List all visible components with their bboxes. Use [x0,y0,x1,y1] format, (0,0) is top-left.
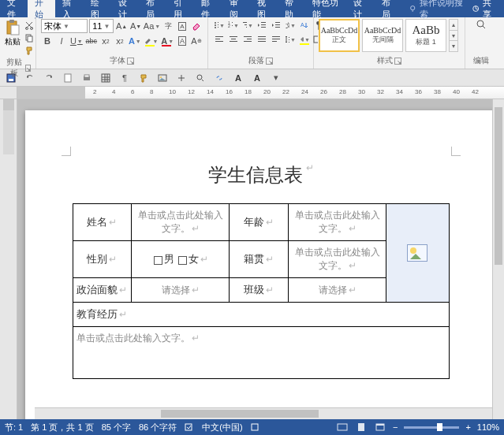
qat-new-button[interactable] [62,72,74,84]
status-chars[interactable]: 86 个字符 [139,422,177,433]
phonetic-guide-button[interactable]: 字 [162,20,174,32]
view-read-button[interactable] [336,422,349,433]
qat-arrows-button[interactable] [175,72,188,84]
underline-button[interactable]: U▼ [69,35,84,47]
view-web-button[interactable] [374,422,386,433]
line-spacing-button[interactable]: ▼ [284,33,297,46]
superscript-button[interactable]: x2 [114,35,126,47]
status-words[interactable]: 85 个字 [102,422,131,433]
justify-button[interactable] [256,33,268,46]
bullets-button[interactable]: ▼ [213,19,226,32]
styles-dialog-launcher-icon[interactable] [394,58,401,65]
format-painter-button[interactable] [22,44,36,57]
scrollbar-horizontal[interactable] [35,407,492,419]
qat-paragraph-button[interactable]: ¶ [118,72,131,84]
increase-indent-button[interactable] [270,19,282,32]
qat-search-button[interactable] [194,72,207,84]
sort-button[interactable]: A [298,19,311,32]
style-normal[interactable]: AaBbCcDd正文 [319,19,360,52]
political-select[interactable]: 请选择↵ [132,278,230,303]
ruler-vertical[interactable] [0,99,17,419]
checkbox-female[interactable] [178,256,187,265]
font-size-combo[interactable]: 11▼ [89,19,114,33]
brush-icon [24,46,34,55]
paragraph-dialog-launcher-icon[interactable] [266,58,273,65]
change-case-button[interactable]: Aa▼ [144,20,160,32]
view-print-button[interactable] [355,422,368,433]
qat-format-brush-button[interactable] [137,72,150,84]
align-center-button[interactable] [227,33,240,46]
decrease-indent-button[interactable] [256,19,268,32]
font-name-combo[interactable]: 宋体▼ [41,19,88,33]
status-language[interactable]: 中文(中国) [202,422,242,433]
ruler-horizontal[interactable]: 24681012141618202224262830323436384042 [0,87,504,99]
shading-button[interactable]: ▼ [298,33,311,46]
status-section[interactable]: 节: 1 [5,422,23,433]
document-area[interactable]: 学生信息表↵ 姓名↵ 单击或点击此处输入文字。↵ 年龄↵ 单击或点击此处输入文字… [17,99,504,419]
status-page[interactable]: 第 1 页，共 1 页 [31,422,93,433]
clear-formatting-button[interactable] [190,20,203,32]
styles-more[interactable]: ▴▾▾ [449,19,458,52]
page: 学生信息表↵ 姓名↵ 单击或点击此处输入文字。↵ 年龄↵ 单击或点击此处输入文字… [25,110,497,419]
multilevel-list-button[interactable]: ▼ [241,19,254,32]
scrollbar-thumb[interactable] [495,107,502,265]
qat-table-button[interactable] [99,72,112,84]
zoom-slider-thumb[interactable] [437,423,442,431]
svg-point-0 [410,6,414,10]
gender-field[interactable]: 男 女↵ [132,241,230,278]
qat-customize-button[interactable]: ▾ [270,72,282,84]
qat-image-button[interactable] [156,72,169,84]
style-nospacing[interactable]: AaBbCcDd无间隔 [362,19,403,52]
font-color-button[interactable]: A▼ [160,35,174,47]
svg-rect-52 [65,74,71,82]
zoom-slider[interactable] [404,426,459,429]
scrollbar-vertical[interactable] [492,99,504,419]
style-preview: AaBbCcDd [321,26,358,35]
distribute-button[interactable] [270,33,282,46]
status-proofing[interactable] [185,422,194,432]
checkbox-male[interactable] [154,256,162,265]
status-macro[interactable] [251,423,259,431]
name-field[interactable]: 单击或点击此处输入文字。↵ [132,204,230,241]
qat-link-button[interactable] [213,72,226,84]
cut-button[interactable] [22,19,36,32]
zoom-in-button[interactable]: + [465,422,470,432]
zoom-out-button[interactable]: − [393,422,398,432]
paragraph-mark-icon: ↵ [304,162,314,188]
numbering-button[interactable]: 12▼ [227,19,240,32]
grow-font-button[interactable]: A▲ [115,20,128,32]
qat-font-color-button[interactable]: A [232,72,245,84]
subscript-button[interactable]: x2 [99,35,112,47]
style-heading1[interactable]: AaBb标题 1 [405,19,446,52]
text-direction-button[interactable]: 文▼ [284,19,297,32]
age-field[interactable]: 单击或点击此处输入文字。↵ [289,204,386,241]
bold-button[interactable]: B [41,35,54,47]
align-left-button[interactable] [213,33,226,46]
education-field[interactable]: 单击或点击此处输入文字。↵ [73,327,449,379]
align-right-button[interactable] [241,33,254,46]
qat-highlight-button[interactable]: A [251,72,263,84]
native-field[interactable]: 单击或点击此处输入文字。↵ [289,241,386,278]
student-info-table[interactable]: 姓名↵ 单击或点击此处输入文字。↵ 年龄↵ 单击或点击此处输入文字。↵ 性别↵ … [73,203,450,379]
enclose-chars-button[interactable]: A [176,20,189,32]
class-select[interactable]: 请选择↵ [289,278,386,303]
copy-button[interactable] [22,32,36,44]
character-border-button[interactable]: A⊕ [190,35,203,47]
strikethrough-button[interactable]: abc [85,35,98,47]
clipboard-dialog-launcher-icon[interactable] [25,65,31,72]
italic-button[interactable]: I [55,35,68,47]
document-title[interactable]: 学生信息表↵ [73,162,450,188]
highlight-button[interactable]: ▼ [144,35,159,47]
photo-placeholder[interactable] [386,204,449,303]
qat-print-button[interactable] [80,72,93,84]
shrink-font-button[interactable]: A▼ [129,20,142,32]
zoom-level[interactable]: 110% [477,422,499,432]
text-effects-button[interactable]: A▼ [128,35,142,47]
find-button[interactable] [476,19,487,30]
scrollbar-thumb[interactable] [161,410,319,418]
font-dialog-launcher-icon[interactable] [127,58,134,65]
character-shading-button[interactable]: A [176,35,189,47]
redo-button[interactable] [43,72,55,84]
margin-mark-icon [62,147,71,156]
paste-button[interactable]: 粘贴 [5,19,21,57]
